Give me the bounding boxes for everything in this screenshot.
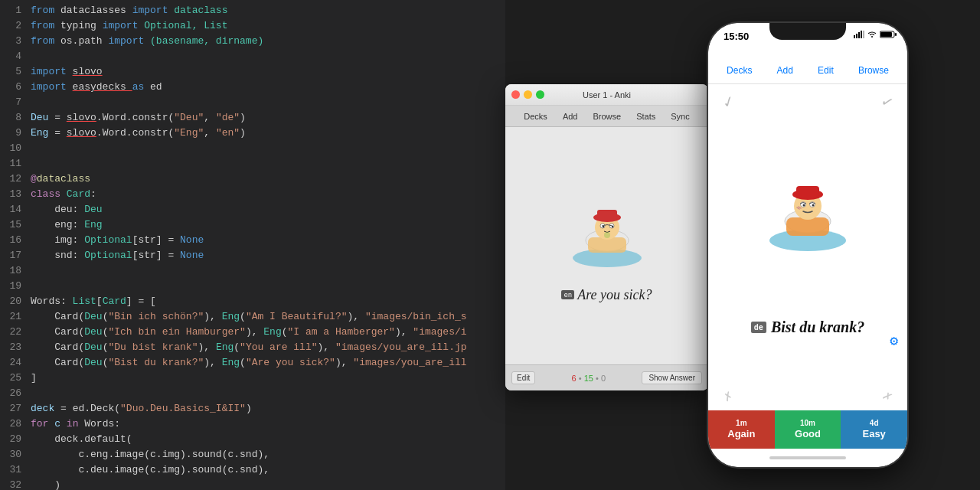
good-time-label: 10m xyxy=(800,419,815,428)
line-number: 21 xyxy=(0,309,31,325)
line-number: 29 xyxy=(0,432,31,447)
slash-icon-bottom-right: ✗ xyxy=(880,387,895,405)
code-line: 4 xyxy=(0,49,505,64)
anki-dot1: • xyxy=(579,374,584,383)
anki-sync-btn[interactable]: Sync xyxy=(671,112,689,121)
line-number: 10 xyxy=(0,141,31,156)
line-content: import easydecks as ed xyxy=(31,80,162,95)
line-number: 30 xyxy=(0,447,31,462)
code-line: 23 Card(Deu("Du bist krank"), Eng("You a… xyxy=(0,340,505,355)
svg-rect-12 xyxy=(856,34,858,38)
code-line: 19 xyxy=(0,279,505,294)
phone-time: 15:50 xyxy=(724,31,749,42)
gear-icon[interactable]: ⚙ xyxy=(890,332,898,349)
svg-point-10 xyxy=(604,232,610,238)
svg-point-28 xyxy=(812,204,815,207)
line-content: eng: Eng xyxy=(31,217,103,233)
line-number: 28 xyxy=(0,416,31,432)
slash-icon-right: ✓ xyxy=(879,91,896,114)
easy-time-label: 4d xyxy=(870,419,879,428)
svg-point-8 xyxy=(602,225,603,227)
close-button[interactable] xyxy=(511,90,520,99)
anki-count-green: 15 xyxy=(584,374,593,383)
line-number: 2 xyxy=(0,18,31,34)
line-number: 23 xyxy=(0,340,31,355)
svg-rect-11 xyxy=(854,35,855,38)
anki-stats-btn[interactable]: Stats xyxy=(636,112,655,121)
line-content: @dataclass xyxy=(31,172,90,187)
line-number: 4 xyxy=(0,49,31,64)
line-content: c.deu.image(c.img).sound(c.snd), xyxy=(31,462,270,478)
line-number: 18 xyxy=(0,263,31,279)
phone-lang-badge: de xyxy=(751,322,766,333)
anki-card-area: en Are you sick? xyxy=(505,127,708,364)
line-content: class Card: xyxy=(31,187,96,202)
line-number: 20 xyxy=(0,294,31,309)
traffic-lights xyxy=(511,90,544,99)
anki-browse-btn[interactable]: Browse xyxy=(593,112,621,121)
phone-frame: 15:50 xyxy=(708,23,907,467)
line-number: 22 xyxy=(0,325,31,340)
phone-card-image xyxy=(758,164,858,263)
line-number: 13 xyxy=(0,187,31,202)
code-line: 18 xyxy=(0,263,505,279)
again-time-label: 1m xyxy=(736,419,746,428)
line-number: 11 xyxy=(0,156,31,172)
anki-count-red: 6 xyxy=(572,374,577,383)
phone-notch xyxy=(769,23,846,40)
good-button[interactable]: 10m Good xyxy=(775,410,841,449)
line-content: for c in Words: xyxy=(31,416,120,432)
phone-decks-btn[interactable]: Decks xyxy=(727,65,752,76)
line-number: 3 xyxy=(0,34,31,49)
line-number: 16 xyxy=(0,233,31,248)
sick-person-illustration xyxy=(565,193,649,277)
phone-answer-buttons: 1m Again 10m Good 4d Easy xyxy=(708,410,907,449)
code-line: 24 Card(Deu("Bist du krank?"), Eng("Are … xyxy=(0,355,505,371)
code-line: 3from os.path import (basename, dirname) xyxy=(0,34,505,49)
again-button[interactable]: 1m Again xyxy=(708,410,775,449)
code-line: 17 snd: Optional[str] = None xyxy=(0,248,505,263)
phone-status-icons xyxy=(854,31,897,38)
phone-add-btn[interactable]: Add xyxy=(777,65,793,76)
slash-icon-bottom-left: ✗ xyxy=(720,387,735,405)
code-line: 12@dataclass xyxy=(0,172,505,187)
wifi-icon xyxy=(867,31,877,38)
maximize-button[interactable] xyxy=(536,90,544,99)
line-content: c.eng.image(c.img).sound(c.snd), xyxy=(31,447,270,462)
code-line: 16 img: Optional[str] = None xyxy=(0,233,505,248)
line-number: 1 xyxy=(0,3,31,18)
good-action-label: Good xyxy=(795,428,821,440)
code-line: 32 ) xyxy=(0,478,505,490)
svg-rect-13 xyxy=(858,32,860,38)
home-bar xyxy=(769,456,846,459)
anki-bottom-bar: Edit 6 • 15 • 0 Show Answer xyxy=(505,364,708,390)
phone-browse-btn[interactable]: Browse xyxy=(858,65,889,76)
slash-icon-left: ✓ xyxy=(720,91,737,114)
code-line: 31 c.deu.image(c.img).sound(c.snd), xyxy=(0,462,505,478)
phone-screen: 15:50 xyxy=(708,23,907,467)
phone-edit-btn[interactable]: Edit xyxy=(818,65,834,76)
code-line: 11 xyxy=(0,156,505,172)
line-content: Card(Deu("Du bist krank"), Eng("You are … xyxy=(31,340,467,355)
anki-window: User 1 - Anki Decks Add Browse Stats Syn… xyxy=(505,84,708,390)
anki-card-image xyxy=(561,189,653,281)
phone-card-body: ✓ ✓ xyxy=(708,84,907,410)
window-title: User 1 - Anki xyxy=(583,90,631,100)
anki-decks-btn[interactable]: Decks xyxy=(524,112,547,121)
line-content: from os.path import (basename, dirname) xyxy=(31,34,263,49)
code-line: 9Eng = slovo.Word.constr("Eng", "en") xyxy=(0,126,505,141)
code-line: 10 xyxy=(0,141,505,156)
anki-show-answer-button[interactable]: Show Answer xyxy=(642,371,702,384)
anki-add-btn[interactable]: Add xyxy=(563,112,578,121)
easy-button[interactable]: 4d Easy xyxy=(841,410,907,449)
code-line: 15 eng: Eng xyxy=(0,217,505,233)
svg-rect-5 xyxy=(597,210,617,220)
code-line: 1from dataclasses import dataclass xyxy=(0,3,505,18)
line-number: 15 xyxy=(0,217,31,233)
line-number: 25 xyxy=(0,371,31,386)
svg-rect-21 xyxy=(786,217,829,236)
anki-edit-button[interactable]: Edit xyxy=(511,371,535,384)
minimize-button[interactable] xyxy=(524,90,532,99)
battery-icon xyxy=(880,31,897,38)
again-action-label: Again xyxy=(727,428,755,440)
